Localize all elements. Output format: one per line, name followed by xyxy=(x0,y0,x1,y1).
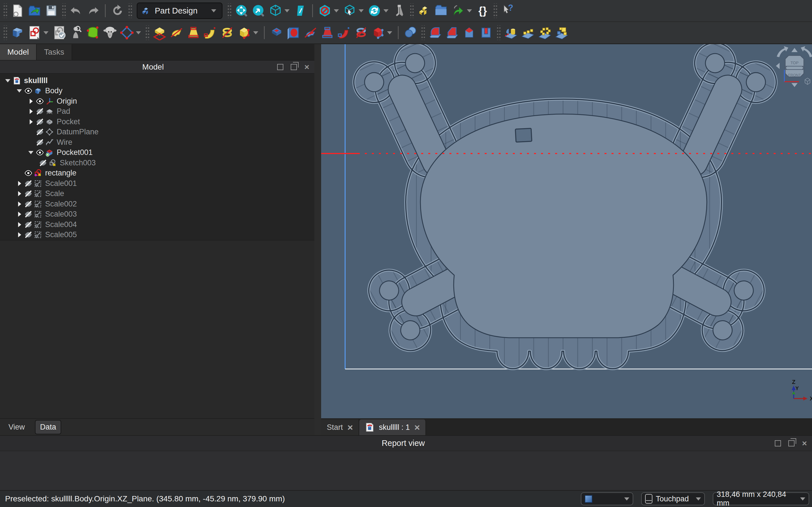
expanded-arrow-icon[interactable] xyxy=(4,76,12,85)
tab-data[interactable]: Data xyxy=(35,420,61,434)
chevron-down-icon[interactable] xyxy=(387,31,392,34)
tree-item-body[interactable]: Body xyxy=(0,86,314,96)
collapsed-arrow-icon[interactable] xyxy=(27,118,35,126)
additive-sweep-button[interactable] xyxy=(202,25,218,41)
subtractive-helix-button[interactable] xyxy=(353,25,369,41)
collapsed-arrow-icon[interactable] xyxy=(27,107,35,115)
thickness-button[interactable] xyxy=(478,25,494,41)
tree-item-origin[interactable]: Origin xyxy=(0,96,314,107)
tree-item-document[interactable]: skulllll xyxy=(0,75,314,86)
tree-item-datumplane[interactable]: DatumPlane xyxy=(0,127,314,137)
validate-sketch-button[interactable] xyxy=(68,25,84,41)
create-part-button[interactable] xyxy=(416,3,432,18)
save-document-button[interactable] xyxy=(43,3,59,18)
create-sketch-button[interactable] xyxy=(27,25,42,41)
fillet-button[interactable] xyxy=(427,25,443,41)
additive-helix-button[interactable] xyxy=(219,25,235,41)
collapsed-arrow-icon[interactable] xyxy=(27,97,35,105)
collapsed-arrow-icon[interactable] xyxy=(15,221,23,229)
whats-this-button[interactable]: ? xyxy=(500,3,515,18)
open-document-button[interactable] xyxy=(27,3,42,18)
multi-transform-button[interactable] xyxy=(554,25,569,41)
tree-item-wire[interactable]: Wire xyxy=(0,137,314,148)
pocket-button[interactable] xyxy=(269,25,285,41)
chevron-down-icon[interactable] xyxy=(467,9,472,12)
additive-primitive-button[interactable] xyxy=(236,25,252,41)
tree-item-pocket001[interactable]: Pocket001 xyxy=(0,148,314,158)
additive-loft-button[interactable] xyxy=(186,25,201,41)
toolbar-grip[interactable] xyxy=(227,3,232,18)
tree-item-rectangle[interactable]: rectangle xyxy=(0,168,314,179)
chamfer-button[interactable] xyxy=(444,25,460,41)
create-group-button[interactable] xyxy=(433,3,449,18)
toolbar-grip[interactable] xyxy=(421,25,425,40)
chevron-down-icon[interactable] xyxy=(43,31,49,34)
chevron-down-icon[interactable] xyxy=(334,9,339,12)
tab-tasks[interactable]: Tasks xyxy=(37,44,72,60)
toolbar-grip[interactable] xyxy=(3,25,7,40)
tree-item-scale[interactable]: Scale xyxy=(0,189,314,199)
nav-cube-front-label[interactable]: FRONT xyxy=(788,73,801,77)
subtractive-loft-button[interactable] xyxy=(319,25,335,41)
collapsed-arrow-icon[interactable] xyxy=(15,200,23,208)
toolbar-grip[interactable] xyxy=(145,25,149,40)
collapsed-arrow-icon[interactable] xyxy=(15,189,23,198)
undo-button[interactable] xyxy=(68,3,84,18)
tree-item-scale005[interactable]: Scale005 xyxy=(0,230,314,240)
groove-button[interactable] xyxy=(303,25,318,41)
tree-item-scale004[interactable]: Scale004 xyxy=(0,219,314,230)
navigation-style-dropdown[interactable]: Touchpad xyxy=(641,492,705,505)
boolean-operation-button[interactable] xyxy=(403,25,418,41)
pad-button[interactable] xyxy=(152,25,167,41)
tree-item-sketch003[interactable]: Sketch003 xyxy=(0,158,314,168)
fit-all-button[interactable] xyxy=(234,3,250,18)
view-plane-button[interactable] xyxy=(292,3,308,18)
draw-style-button[interactable] xyxy=(317,3,333,18)
collapsed-arrow-icon[interactable] xyxy=(15,210,23,218)
draft-button[interactable] xyxy=(461,25,477,41)
mirrored-button[interactable] xyxy=(503,25,519,41)
selection-view-button[interactable] xyxy=(342,3,357,18)
view-dimensions-dropdown[interactable]: 318,46 mm x 240,84 mm xyxy=(713,492,809,505)
make-link-button[interactable] xyxy=(450,3,466,18)
viewport-3d[interactable]: TOP FRONT X Z Y xyxy=(321,44,812,418)
revolution-button[interactable] xyxy=(168,25,185,41)
panel-minimize-icon[interactable] xyxy=(775,440,781,446)
panel-close-icon[interactable]: × xyxy=(304,64,309,70)
tab-start[interactable]: Start × xyxy=(321,419,359,435)
chevron-down-icon[interactable] xyxy=(136,31,141,34)
tree-item-scale001[interactable]: Scale001 xyxy=(0,178,314,189)
collapsed-arrow-icon[interactable] xyxy=(15,179,23,187)
expanded-arrow-icon[interactable] xyxy=(15,87,23,95)
refresh-button[interactable] xyxy=(110,3,125,18)
panel-close-icon[interactable]: × xyxy=(802,440,807,446)
tree-item-scale003[interactable]: Scale003 xyxy=(0,209,314,220)
close-icon[interactable]: × xyxy=(414,422,420,433)
hole-button[interactable] xyxy=(286,25,301,41)
tree-item-pad[interactable]: Pad xyxy=(0,107,314,117)
close-icon[interactable]: × xyxy=(347,422,353,433)
selection-style-dropdown[interactable] xyxy=(581,492,633,505)
isometric-view-button[interactable] xyxy=(267,3,283,18)
subtractive-sweep-button[interactable] xyxy=(336,25,352,41)
panel-restore-icon[interactable] xyxy=(291,64,297,70)
toolbar-grip[interactable] xyxy=(496,25,501,40)
toolbar-grip[interactable] xyxy=(409,3,414,18)
nav-cube-top-label[interactable]: TOP xyxy=(791,61,799,65)
workbench-selector[interactable]: Part Design xyxy=(137,3,222,19)
chevron-down-icon[interactable] xyxy=(253,31,258,34)
fit-selection-button[interactable] xyxy=(251,3,266,18)
panel-splitter[interactable] xyxy=(314,44,321,435)
edit-sketch-button[interactable] xyxy=(51,25,67,41)
panel-restore-icon[interactable] xyxy=(788,440,795,446)
linear-pattern-button[interactable] xyxy=(520,25,536,41)
new-document-button[interactable] xyxy=(10,3,26,18)
tab-view[interactable]: View xyxy=(4,420,29,434)
tab-document[interactable]: skulllll : 1 × xyxy=(359,419,426,435)
measure-button[interactable] xyxy=(391,3,407,18)
toolbar-grip[interactable] xyxy=(493,3,497,18)
create-datum-button[interactable] xyxy=(119,25,135,41)
chevron-down-icon[interactable] xyxy=(384,9,389,12)
subtractive-primitive-button[interactable] xyxy=(370,25,386,41)
shape-binder-button[interactable] xyxy=(85,25,101,41)
